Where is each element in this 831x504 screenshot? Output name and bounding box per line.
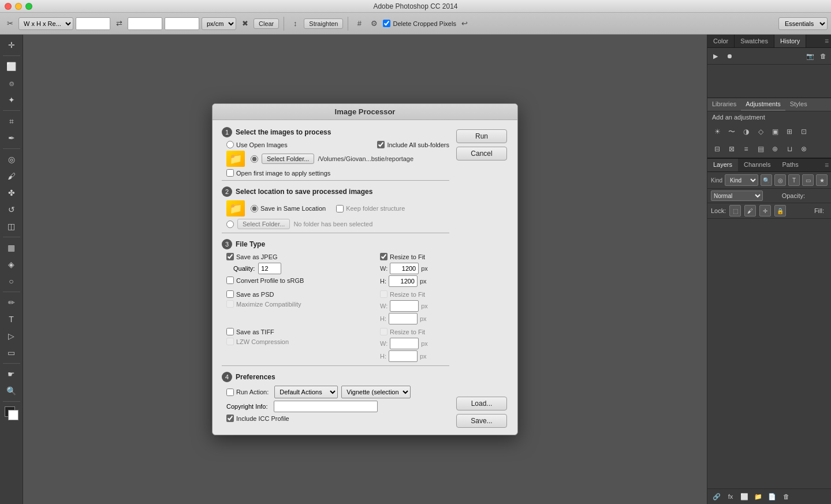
unit-dropdown[interactable]: px/cm [202, 17, 236, 30]
save-button[interactable]: Save... [456, 414, 507, 428]
new-group-btn[interactable]: 📁 [752, 491, 764, 502]
resize-to-fit-jpeg-checkbox[interactable] [380, 253, 387, 260]
run-action-checkbox[interactable] [226, 389, 234, 396]
shape-tool-icon[interactable]: ▭ [2, 345, 21, 361]
type-tool-icon[interactable]: T [2, 311, 21, 327]
select-folder-dest-radio-label[interactable] [226, 221, 234, 228]
include-icc-label[interactable]: Include ICC Profile [226, 415, 289, 422]
h-input-psd[interactable] [389, 313, 418, 324]
open-first-image-checkbox[interactable] [226, 169, 234, 177]
photo-filter-icon[interactable]: ⊗ [798, 143, 810, 155]
spot-heal-tool-icon[interactable]: ◎ [2, 151, 21, 167]
resize-to-fit-jpeg-label[interactable]: Resize to Fit [380, 253, 425, 260]
minimize-button[interactable] [15, 3, 22, 10]
smart-filter-icon[interactable]: ★ [816, 174, 828, 186]
include-subfolders-checkbox[interactable] [377, 141, 385, 148]
copyright-input[interactable] [274, 401, 378, 412]
threshold-icon[interactable]: ≡ [740, 143, 752, 155]
delete-icon[interactable]: 🗑 [817, 50, 829, 62]
lzw-label[interactable]: LZW Compression [226, 338, 289, 345]
layer-fx-btn[interactable]: fx [725, 491, 736, 502]
save-same-location-radio[interactable] [251, 205, 258, 212]
resize-to-fit-tiff-checkbox[interactable] [380, 328, 387, 335]
layers-panel-menu-icon[interactable]: ≡ [822, 159, 831, 171]
straighten-icon[interactable]: ↕ [289, 17, 301, 30]
history-brush-icon[interactable]: ↺ [2, 201, 21, 218]
blur-tool-icon[interactable]: ◈ [2, 256, 21, 272]
tab-channels[interactable]: Channels [738, 159, 776, 171]
default-actions-select[interactable]: Default Actions [274, 386, 338, 398]
hsl-icon[interactable]: ▣ [769, 125, 781, 138]
cancel-button[interactable]: Cancel [456, 147, 507, 160]
load-button[interactable]: Load... [456, 397, 507, 410]
lock-all-btn[interactable]: 🔒 [774, 205, 786, 216]
lock-move-btn[interactable]: ✛ [759, 205, 771, 216]
delete-cropped-checkbox[interactable] [383, 20, 390, 27]
save-jpeg-label[interactable]: Save as JPEG [226, 253, 278, 260]
clear-icon[interactable]: ✖ [239, 17, 251, 30]
tab-libraries[interactable]: Libraries [707, 98, 741, 111]
settings-icon[interactable]: ⚙ [368, 17, 381, 30]
adj-filter-icon[interactable]: ◎ [774, 174, 786, 186]
clear-button[interactable]: Clear [254, 18, 279, 29]
w-input-jpeg[interactable] [390, 263, 419, 274]
eyedropper-tool-icon[interactable]: ✒ [2, 130, 21, 146]
select-folder-radio[interactable] [251, 155, 258, 163]
convert-profile-checkbox[interactable] [226, 277, 234, 284]
select-folder-button[interactable]: Select Folder... [262, 154, 314, 164]
save-jpeg-checkbox[interactable] [226, 253, 234, 260]
save-tiff-label[interactable]: Save as TIFF [226, 328, 274, 335]
lock-image-btn[interactable]: 🖌 [744, 205, 756, 216]
color-lookup-icon[interactable]: ⊡ [798, 125, 810, 138]
blend-mode-select[interactable]: Normal [711, 191, 763, 201]
wand-tool-icon[interactable]: ✦ [2, 92, 21, 108]
move-tool-icon[interactable]: ✛ [2, 37, 21, 53]
marquee-tool-icon[interactable]: ⬜ [2, 58, 21, 74]
resize-to-fit-psd-label[interactable]: Resize to Fit [380, 290, 425, 298]
exposure-icon[interactable]: ◑ [740, 125, 752, 138]
quality-input[interactable] [258, 263, 281, 274]
save-tiff-checkbox[interactable] [226, 328, 234, 335]
eraser-tool-icon[interactable]: ◫ [2, 218, 21, 234]
crop-tool-icon[interactable]: ⌗ [2, 113, 21, 129]
convert-profile-label[interactable]: Convert Profile to sRGB [226, 277, 304, 284]
delete-layer-btn[interactable]: 🗑 [780, 491, 792, 502]
lasso-tool-icon[interactable]: ⌾ [2, 75, 21, 91]
vignette-select[interactable]: Vignette (selection) [341, 386, 411, 398]
include-icc-checkbox[interactable] [226, 415, 234, 422]
workspace-dropdown[interactable]: Essentials [778, 17, 828, 30]
tab-paths[interactable]: Paths [777, 159, 804, 171]
resize-to-fit-tiff-label[interactable]: Resize to Fit [380, 328, 425, 335]
undo-icon[interactable]: ↩ [459, 17, 471, 30]
color-box[interactable] [5, 406, 18, 420]
mask-btn[interactable]: ⬜ [739, 491, 750, 502]
panel-menu-icon[interactable]: ≡ [822, 35, 831, 47]
gradient-map-icon[interactable]: ▤ [754, 143, 767, 155]
resolution-input[interactable] [165, 17, 199, 30]
link-layers-btn[interactable]: 🔗 [711, 491, 722, 502]
dodge-tool-icon[interactable]: ○ [2, 273, 21, 289]
play-icon[interactable]: ▶ [710, 50, 721, 62]
select-folder-dest-button[interactable]: Select Folder... [237, 219, 290, 229]
use-open-images-radio[interactable] [226, 141, 234, 148]
filter-icon[interactable]: 🔍 [761, 174, 772, 186]
tab-color[interactable]: Color [707, 35, 735, 47]
brush-tool-icon[interactable]: 🖌 [2, 168, 21, 184]
save-psd-label[interactable]: Save as PSD [226, 290, 274, 298]
include-subfolders-label[interactable]: Include All sub-folders [377, 141, 449, 148]
brightness-icon[interactable]: ☀ [711, 125, 724, 138]
shape-filter-icon[interactable]: ▭ [802, 174, 814, 186]
selective-color-icon[interactable]: ⊕ [769, 143, 781, 155]
select-folder-dest-radio[interactable] [226, 221, 234, 228]
open-first-image-label[interactable]: Open first image to apply settings [226, 169, 330, 177]
pen-tool-icon[interactable]: ✏ [2, 294, 21, 311]
levels-icon[interactable]: ⊔ [783, 143, 796, 155]
maximize-compat-label[interactable]: Maximize Compatibility [226, 300, 301, 308]
invert-icon[interactable]: ⊟ [711, 143, 724, 155]
vibrance-icon[interactable]: ◇ [754, 125, 767, 138]
swap-icon[interactable]: ⇄ [113, 17, 125, 30]
select-folder-radio-label-1[interactable] [251, 155, 258, 163]
height-input[interactable] [128, 17, 162, 30]
run-action-label[interactable]: Run Action: [226, 389, 269, 396]
keep-folder-structure-label[interactable]: Keep folder structure [336, 205, 405, 212]
